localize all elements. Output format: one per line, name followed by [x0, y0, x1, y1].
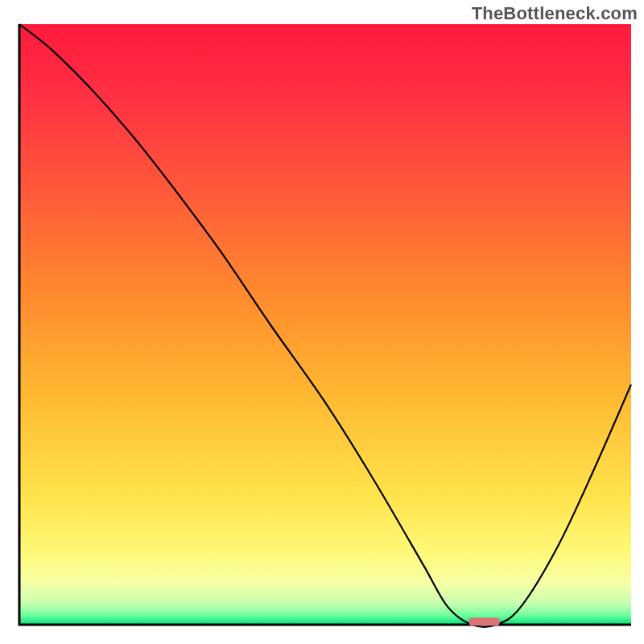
chart-container: TheBottleneck.com — [0, 0, 644, 644]
watermark-text: TheBottleneck.com — [472, 3, 638, 24]
plot-background — [19, 24, 631, 625]
optimal-marker — [469, 617, 500, 625]
bottleneck-chart — [0, 0, 644, 644]
